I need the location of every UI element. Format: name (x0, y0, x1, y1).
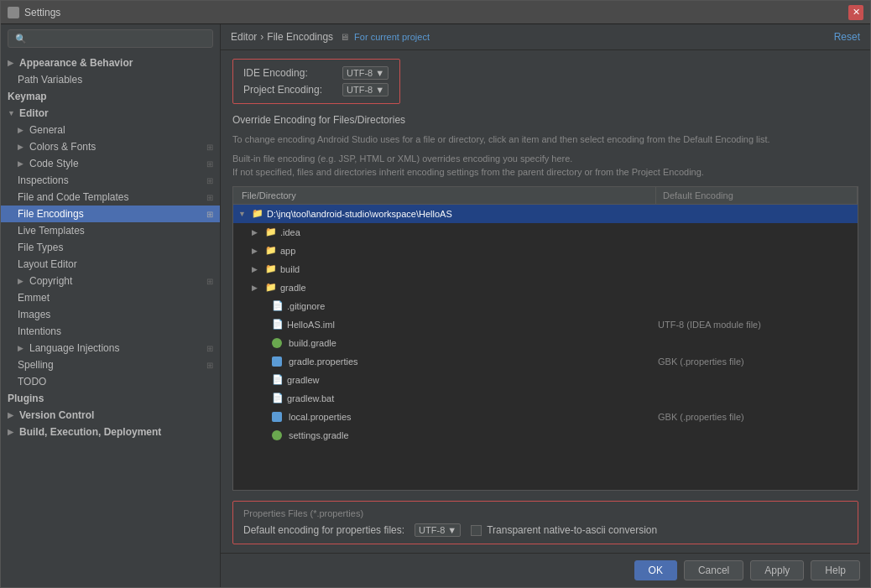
sidebar-item-spelling[interactable]: Spelling ⊞ (1, 356, 220, 373)
sidebar-item-general[interactable]: General (1, 122, 220, 138)
title-bar: Settings ✕ (1, 1, 870, 24)
ok-button[interactable]: OK (634, 560, 677, 580)
expand-icon: ▶ (252, 284, 262, 292)
sidebar-item-inspections[interactable]: Inspections ⊞ (1, 172, 220, 189)
copy-icon: ⊞ (206, 361, 213, 370)
table-row[interactable]: ▶ build (233, 260, 858, 278)
footer: OK Cancel Apply Help (221, 553, 870, 587)
dropdown-arrow: ▼ (447, 525, 456, 535)
project-encoding-row: Project Encoding: UTF-8 ▼ (243, 83, 389, 96)
copy-icon: ⊞ (206, 159, 213, 169)
cancel-button[interactable]: Cancel (684, 560, 743, 580)
file-name-cell: build.gradle (258, 338, 651, 348)
file-name-cell: ▶ gradle (252, 282, 651, 294)
sidebar-item-label: Spelling (18, 359, 54, 371)
file-name-cell: ▶ build (252, 263, 651, 275)
table-row[interactable]: ▶ gradle (233, 278, 858, 297)
sidebar-item-todo[interactable]: TODO (1, 373, 220, 390)
sidebar-item-label: Layout Editor (18, 258, 77, 270)
sidebar-item-keymap[interactable]: Keymap (1, 88, 220, 105)
filename-label: build (280, 264, 300, 274)
table-row[interactable]: build.gradle (233, 334, 858, 352)
copy-icon: ⊞ (206, 143, 213, 152)
sidebar-item-colors-fonts[interactable]: Colors & Fonts ⊞ (1, 138, 220, 155)
copy-icon: ⊞ (206, 210, 213, 219)
ide-encoding-select[interactable]: UTF-8 ▼ (342, 66, 389, 80)
sidebar-item-label: File Types (18, 242, 63, 253)
expand-icon: ▶ (252, 265, 262, 273)
sidebar-item-file-encodings[interactable]: File Encodings ⊞ (1, 206, 220, 222)
col-file: File/Directory (233, 187, 656, 204)
sidebar-item-layout-editor[interactable]: Layout Editor (1, 256, 220, 273)
project-encoding-select[interactable]: UTF-8 ▼ (342, 83, 389, 96)
file-name-cell: gradle.properties (258, 356, 651, 367)
sidebar-item-file-code-templates[interactable]: File and Code Templates ⊞ (1, 189, 220, 206)
filename-label: .idea (280, 227, 300, 237)
project-encoding-value: UTF-8 (347, 85, 373, 95)
reset-button[interactable]: Reset (834, 31, 860, 43)
sidebar-item-emmet[interactable]: Emmet (1, 289, 220, 306)
table-row[interactable]: .gitignore (233, 297, 858, 315)
table-row[interactable]: ▼ D:\jnq\tool\android-studio\workspace\H… (233, 205, 858, 223)
search-box[interactable]: 🔍 (8, 29, 213, 48)
search-input[interactable] (30, 33, 206, 44)
window-title: Settings (24, 7, 60, 18)
sidebar-item-plugins[interactable]: Plugins (1, 390, 220, 407)
table-row[interactable]: ▶ .idea (233, 223, 858, 242)
table-header: File/Directory Default Encoding (233, 187, 858, 205)
panel-body: IDE Encoding: UTF-8 ▼ Project Encoding: … (221, 50, 870, 553)
sidebar-item-path-variables[interactable]: Path Variables (1, 71, 220, 88)
file-table: File/Directory Default Encoding ▼ D:\jnq… (232, 186, 858, 492)
filename-label: build.gradle (289, 338, 336, 348)
col-encoding: Default Encoding (656, 187, 858, 204)
table-row[interactable]: gradlew (233, 371, 858, 389)
sidebar-item-language-injections[interactable]: Language Injections ⊞ (1, 340, 220, 356)
sidebar-item-copyright[interactable]: Copyright ⊞ (1, 273, 220, 289)
sidebar-item-editor[interactable]: Editor (1, 105, 220, 122)
properties-row: Default encoding for properties files: U… (243, 523, 848, 537)
properties-section: Properties Files (*.properties) Default … (232, 501, 858, 544)
sidebar-item-version-control[interactable]: Version Control (1, 407, 220, 424)
breadcrumb-bar: Editor › File Encodings 🖥 For current pr… (221, 24, 870, 50)
chart-icon (272, 356, 282, 367)
ide-encoding-label: IDE Encoding: (243, 67, 336, 79)
transparent-checkbox-row[interactable]: Transparent native-to-ascii conversion (471, 524, 657, 536)
file-icon (272, 300, 284, 312)
sidebar-item-intentions[interactable]: Intentions (1, 323, 220, 340)
expand-icon: ▼ (238, 210, 248, 218)
sidebar-item-label: File Encodings (18, 208, 84, 220)
chart-icon (272, 412, 282, 422)
table-row[interactable]: local.properties GBK (.properties file) (233, 408, 858, 426)
apply-button[interactable]: Apply (750, 560, 804, 580)
help-button[interactable]: Help (811, 560, 860, 580)
table-row[interactable]: gradle.properties GBK (.properties file) (233, 352, 858, 371)
table-row[interactable]: HelloAS.iml UTF-8 (IDEA module file) (233, 315, 858, 334)
sidebar-item-appearance[interactable]: Appearance & Behavior (1, 55, 220, 71)
expand-icon (8, 109, 16, 117)
sidebar-item-images[interactable]: Images (1, 306, 220, 323)
sidebar-item-label: Inspections (18, 174, 69, 186)
filename-label: gradlew.bat (287, 393, 334, 403)
expand-icon (18, 126, 26, 134)
copy-icon: ⊞ (206, 176, 213, 185)
sidebar-item-live-templates[interactable]: Live Templates (1, 222, 220, 239)
encoding-box: IDE Encoding: UTF-8 ▼ Project Encoding: … (232, 59, 400, 104)
file-name-cell: settings.gradle (258, 430, 651, 440)
sidebar-item-code-style[interactable]: Code Style ⊞ (1, 155, 220, 172)
sidebar-item-file-types[interactable]: File Types (1, 239, 220, 256)
properties-encoding-select[interactable]: UTF-8 ▼ (415, 523, 461, 537)
breadcrumb-project-link[interactable]: For current project (354, 32, 430, 42)
copy-icon: ⊞ (206, 277, 213, 286)
encoding-cell: GBK (.properties file) (651, 412, 853, 422)
table-row[interactable]: ▶ app (233, 242, 858, 260)
table-row[interactable]: gradlew.bat (233, 389, 858, 408)
breadcrumb-project-icon: 🖥 (340, 32, 349, 42)
folder-icon (252, 208, 263, 220)
close-button[interactable]: ✕ (848, 5, 863, 20)
table-row[interactable]: settings.gradle (233, 426, 858, 445)
sidebar-item-build-execution[interactable]: Build, Execution, Deployment (1, 424, 220, 440)
filename-label: HelloAS.iml (287, 320, 335, 330)
transparent-checkbox[interactable] (471, 525, 482, 536)
gradle-green-icon (272, 430, 282, 440)
dropdown-arrow: ▼ (375, 85, 384, 95)
